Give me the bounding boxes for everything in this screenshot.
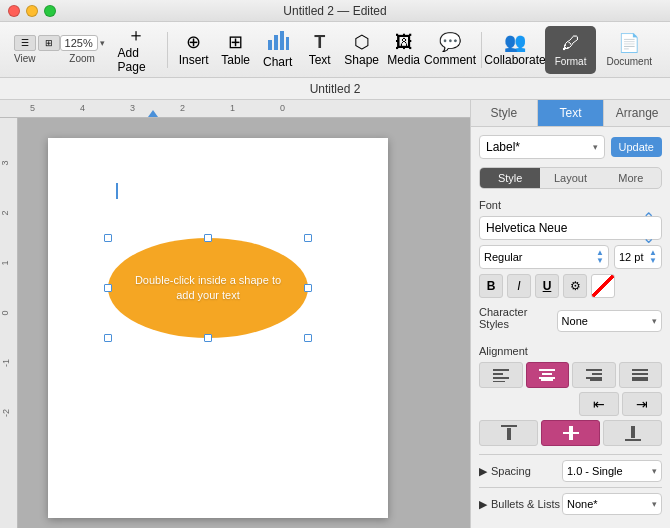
selection-handle-tl[interactable] (104, 234, 112, 242)
selection-handle-left[interactable] (104, 284, 112, 292)
text-options-button[interactable]: ⚙ (563, 274, 587, 298)
font-name-select[interactable]: Helvetica Neue ⌃⌄ (479, 216, 662, 240)
underline-button[interactable]: U (535, 274, 559, 298)
svg-rect-16 (632, 369, 648, 371)
canvas-with-ruler: 5 4 3 2 1 0 3 2 1 0 -1 -2 (0, 100, 470, 528)
toolbar-text[interactable]: T Text (300, 26, 340, 74)
toolbar-shape[interactable]: ⬡ Shape (342, 26, 382, 74)
view-icons: ☰ ⊞ (14, 35, 60, 51)
char-styles-label: Character Styles (479, 306, 557, 330)
right-panel: Style Text Arrange Label* ▾ Update (470, 100, 670, 528)
bullets-row[interactable]: ▶ Bullets & Lists None* ▾ (479, 487, 662, 520)
text-cursor (116, 183, 118, 199)
align-right-icon (586, 368, 602, 382)
h-ruler: 5 4 3 2 1 0 (0, 100, 470, 118)
close-button[interactable] (8, 5, 20, 17)
svg-rect-21 (507, 428, 511, 440)
label-row: Label* ▾ Update (479, 135, 662, 159)
spacing-select-chevron-icon: ▾ (652, 466, 657, 476)
format-label: Format (555, 56, 587, 67)
increase-indent-button[interactable]: ⇥ (622, 392, 662, 416)
panel-tabs: Style Text Arrange (471, 100, 670, 127)
window-title: Untitled 2 — Edited (283, 4, 386, 18)
decrease-indent-button[interactable]: ⇤ (579, 392, 619, 416)
valign-top-button[interactable] (479, 420, 538, 446)
text-color-box[interactable] (591, 274, 615, 298)
spacing-chevron-icon: ▶ (479, 465, 487, 478)
valign-top-icon (501, 425, 517, 441)
tab-arrange[interactable]: Arrange (604, 100, 670, 126)
bullets-select[interactable]: None* ▾ (562, 493, 662, 515)
text-icon: T (314, 33, 325, 51)
toolbar-collaborate[interactable]: 👥 Collaborate (487, 26, 543, 74)
font-section: Font Helvetica Neue ⌃⌄ Regular ▲▼ 12 pt … (479, 199, 662, 298)
font-style-stepper-icon: ▲▼ (596, 249, 604, 265)
chart-label: Chart (263, 55, 292, 69)
spacing-select[interactable]: 1.0 - Single ▾ (562, 460, 662, 482)
media-label: Media (387, 53, 420, 67)
toolbar-insert[interactable]: ⊕ Insert (174, 26, 214, 74)
main-area: 5 4 3 2 1 0 3 2 1 0 -1 -2 (0, 100, 670, 528)
char-styles-select[interactable]: None ▾ (557, 310, 662, 332)
selection-handle-top[interactable] (204, 234, 212, 242)
document-page[interactable]: Double-click inside a shape to add your … (48, 138, 388, 518)
update-button[interactable]: Update (611, 137, 662, 157)
shape-label: Shape (344, 53, 379, 67)
toolbar-media[interactable]: 🖼 Media (384, 26, 424, 74)
selection-handle-bottom[interactable] (204, 334, 212, 342)
ruler-indicator (148, 110, 158, 117)
chart-icon (267, 30, 289, 53)
svg-rect-0 (268, 40, 272, 50)
valign-bottom-icon (625, 425, 641, 441)
ruler-num-1: 1 (230, 103, 235, 113)
sub-tab-layout[interactable]: Layout (540, 168, 600, 188)
valign-bottom-button[interactable] (603, 420, 662, 446)
svg-rect-5 (493, 373, 503, 375)
svg-rect-3 (286, 37, 289, 50)
align-justify-button[interactable] (619, 362, 663, 388)
oval-placeholder-text: Double-click inside a shape to add your … (115, 273, 301, 304)
toolbar-add-page[interactable]: ＋ Add Page (112, 26, 161, 74)
add-page-icon: ＋ (127, 26, 145, 44)
tab-style[interactable]: Style (471, 100, 538, 126)
toolbar-right-group: 🖊 Format 📄 Document (545, 26, 662, 74)
italic-button[interactable]: I (507, 274, 531, 298)
selection-handle-right[interactable] (304, 284, 312, 292)
svg-rect-7 (493, 381, 505, 382)
valign-middle-button[interactable] (541, 420, 600, 446)
minimize-button[interactable] (26, 5, 38, 17)
label-select[interactable]: Label* ▾ (479, 135, 605, 159)
font-style-select[interactable]: Regular ▲▼ (479, 245, 609, 269)
toolbar-comment[interactable]: 💬 Comment (426, 26, 475, 74)
sub-tab-style[interactable]: Style (480, 168, 540, 188)
toolbar-sep-1 (167, 32, 168, 68)
collaborate-icon: 👥 (504, 33, 526, 51)
selection-handle-br[interactable] (304, 334, 312, 342)
canvas-content[interactable]: Double-click inside a shape to add your … (18, 118, 470, 528)
sub-tab-more[interactable]: More (601, 168, 661, 188)
oval-shape[interactable]: Double-click inside a shape to add your … (108, 238, 308, 338)
format-icon: 🖊 (562, 33, 580, 54)
selection-handle-bl[interactable] (104, 334, 112, 342)
tab-text[interactable]: Text (538, 100, 605, 126)
toolbar-format[interactable]: 🖊 Format (545, 26, 597, 74)
toolbar-table[interactable]: ⊞ Table (216, 26, 256, 74)
toolbar-chart[interactable]: Chart (258, 26, 298, 74)
window-controls[interactable] (8, 5, 56, 17)
alignment-section: Alignment (479, 345, 662, 446)
align-left-button[interactable] (479, 362, 523, 388)
main-toolbar: ☰ ⊞ View 125% ▾ Zoom ＋ Add Page ⊕ Insert… (0, 22, 670, 78)
selection-handle-tr[interactable] (304, 234, 312, 242)
align-center-button[interactable] (526, 362, 570, 388)
align-right-button[interactable] (572, 362, 616, 388)
spacing-row[interactable]: ▶ Spacing 1.0 - Single ▾ (479, 454, 662, 487)
vruler-num-0: 0 (0, 310, 10, 315)
toolbar-zoom[interactable]: 125% ▾ Zoom (55, 26, 110, 74)
maximize-button[interactable] (44, 5, 56, 17)
align-center-icon (539, 368, 555, 382)
toolbar-view[interactable]: ☰ ⊞ View (8, 26, 53, 74)
bullets-chevron-icon: ▶ (479, 498, 487, 511)
bold-button[interactable]: B (479, 274, 503, 298)
font-size-input[interactable]: 12 pt ▲▼ (614, 245, 662, 269)
toolbar-document[interactable]: 📄 Document (596, 26, 662, 74)
